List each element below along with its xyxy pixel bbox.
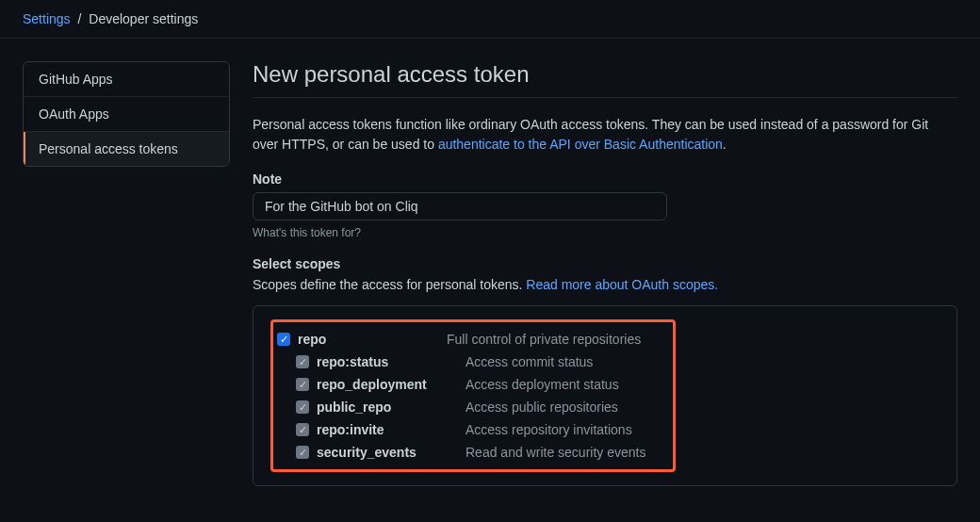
scope-name-security-events: security_events: [317, 445, 458, 460]
scope-name-repo-invite: repo:invite: [317, 422, 458, 437]
scope-desc-public-repo: Access public repositories: [466, 400, 618, 415]
scope-row-public-repo: ✓ public_repo Access public repositories: [277, 396, 665, 418]
sidebar-item-personal-access-tokens[interactable]: Personal access tokens: [24, 132, 229, 166]
note-hint: What's this token for?: [253, 226, 957, 239]
scope-name-repo-deployment: repo_deployment: [317, 377, 458, 392]
scope-row-repo: ✓ repo Full control of private repositor…: [277, 328, 665, 351]
scope-row-repo-status: ✓ repo:status Access commit status: [277, 351, 665, 373]
sidebar: GitHub Apps OAuth Apps Personal access t…: [23, 61, 230, 486]
description-end: .: [723, 137, 727, 152]
main-content: New personal access token Personal acces…: [253, 61, 957, 486]
checkbox-repo-deployment[interactable]: ✓: [296, 378, 309, 391]
breadcrumb-separator: /: [77, 11, 81, 26]
note-input[interactable]: [253, 192, 667, 220]
scope-desc-security-events: Read and write security events: [466, 445, 645, 460]
breadcrumb-parent-link[interactable]: Settings: [23, 11, 71, 26]
oauth-scopes-link[interactable]: Read more about OAuth scopes.: [526, 277, 718, 292]
scope-row-repo-deployment: ✓ repo_deployment Access deployment stat…: [277, 373, 665, 396]
scope-desc-repo-deployment: Access deployment status: [466, 377, 619, 392]
scope-name-repo: repo: [298, 332, 439, 347]
sidebar-menu: GitHub Apps OAuth Apps Personal access t…: [23, 61, 230, 167]
checkbox-repo[interactable]: ✓: [277, 333, 290, 346]
scopes-subtitle: Scopes define the access for personal to…: [253, 277, 957, 292]
breadcrumb-current: Developer settings: [89, 11, 198, 26]
scope-name-public-repo: public_repo: [317, 400, 458, 415]
checkbox-public-repo[interactable]: ✓: [296, 400, 309, 414]
scope-desc-repo: Full control of private repositories: [447, 332, 641, 347]
checkbox-repo-status[interactable]: ✓: [296, 355, 309, 368]
page-title: New personal access token: [253, 61, 957, 98]
sidebar-item-oauth-apps[interactable]: OAuth Apps: [24, 97, 229, 132]
scope-row-repo-invite: ✓ repo:invite Access repository invitati…: [277, 418, 665, 441]
note-label: Note: [253, 171, 957, 187]
scopes-box: ✓ repo Full control of private repositor…: [253, 305, 957, 486]
scope-desc-repo-status: Access commit status: [466, 354, 593, 369]
scope-row-security-events: ✓ security_events Read and write securit…: [277, 441, 665, 464]
repo-scope-highlight: ✓ repo Full control of private repositor…: [270, 319, 676, 472]
scope-desc-repo-invite: Access repository invitations: [466, 422, 632, 437]
scopes-heading: Select scopes: [253, 256, 957, 271]
sidebar-item-github-apps[interactable]: GitHub Apps: [24, 62, 229, 97]
scopes-subtitle-text: Scopes define the access for personal to…: [253, 277, 526, 292]
checkbox-security-events[interactable]: ✓: [296, 446, 309, 459]
scope-name-repo-status: repo:status: [317, 354, 458, 369]
breadcrumb: Settings / Developer settings: [0, 0, 980, 39]
page-description: Personal access tokens function like ord…: [253, 115, 957, 155]
basic-auth-link[interactable]: authenticate to the API over Basic Authe…: [438, 137, 723, 152]
checkbox-repo-invite[interactable]: ✓: [296, 423, 309, 436]
